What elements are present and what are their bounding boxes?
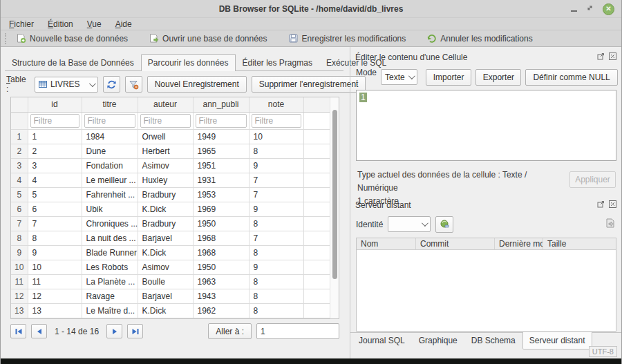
mode-selector[interactable]: Texte [381, 69, 417, 85]
new-database-button[interactable]: Nouvelle base de données [12, 33, 132, 44]
float-dock-icon[interactable] [597, 52, 605, 62]
grid-cell[interactable]: 9 [249, 260, 303, 274]
menu-vue[interactable]: Vue [87, 19, 102, 29]
tab-structure[interactable]: Structure de la Base de Données [5, 54, 141, 71]
cell-editor[interactable]: 1 [356, 90, 616, 161]
open-database-button[interactable]: Ouvrir une base de données [144, 33, 271, 44]
refresh-button[interactable] [103, 76, 120, 93]
grid-cell[interactable]: 4 [28, 173, 82, 187]
grid-cell[interactable]: Asimov [138, 260, 193, 274]
tab-serveur-distant[interactable]: Serveur distant [522, 332, 592, 349]
set-null-button[interactable]: Définir comme NULL [525, 69, 617, 86]
remote-col-nom[interactable]: Nom [357, 238, 416, 249]
row-number[interactable]: 13 [11, 303, 28, 318]
grid-cell[interactable]: 1950 [193, 260, 249, 274]
grid-cell[interactable]: 1953 [193, 187, 249, 202]
grid-cell[interactable]: 1968 [193, 245, 249, 260]
grid-cell[interactable]: Blade Runner [82, 245, 138, 260]
filter-input-ann-publi[interactable] [196, 114, 247, 128]
grid-cell[interactable]: 3 [28, 158, 82, 173]
first-page-button[interactable] [10, 324, 26, 338]
toolbar-handle[interactable] [5, 33, 8, 44]
filter-input-auteur[interactable] [140, 114, 191, 128]
grid-cell[interactable]: Bradbury [138, 187, 193, 202]
grid-cell[interactable]: Orwell [138, 129, 193, 144]
grid-cell[interactable]: 9 [28, 245, 82, 260]
grid-cell[interactable]: 8 [249, 216, 303, 231]
tab-db-schema[interactable]: DB Schema [464, 332, 522, 349]
row-number[interactable]: 7 [11, 216, 28, 231]
grid-cell[interactable]: 7 [249, 173, 303, 187]
grid-cell[interactable]: 9 [249, 158, 303, 173]
grid-scrollbar[interactable] [330, 97, 339, 318]
grid-cell[interactable]: 1969 [193, 202, 249, 216]
new-record-button[interactable]: Nouvel Enregistrement [147, 76, 247, 93]
last-page-button[interactable] [127, 324, 143, 338]
clone-database-icon[interactable] [605, 218, 616, 231]
next-page-button[interactable] [106, 324, 122, 338]
grid-cell[interactable]: Le meilleur ... [82, 173, 138, 187]
grid-cell[interactable]: 1949 [193, 129, 249, 144]
titlebar[interactable]: DB Browser for SQLite - /home/david/db_l… [1, 0, 621, 18]
minimize-button[interactable] [571, 4, 577, 14]
grid-cell[interactable]: 9 [249, 202, 303, 216]
row-number[interactable]: 5 [11, 187, 28, 202]
column-header-id[interactable]: id [28, 97, 82, 112]
menu-aide[interactable]: Aide [115, 19, 132, 29]
filter-input-id[interactable] [30, 114, 79, 128]
grid-cell[interactable]: Asimov [138, 158, 193, 173]
goto-input[interactable] [256, 323, 339, 339]
grid-cell[interactable]: 7 [249, 231, 303, 245]
grid-cell[interactable]: 10 [249, 129, 303, 144]
menu-fichier[interactable]: Fichier [9, 19, 34, 29]
grid-cell[interactable]: 1943 [193, 289, 249, 303]
grid-cell[interactable]: 8 [249, 274, 303, 289]
grid-cell[interactable]: Huxley [138, 173, 193, 187]
grid-cell[interactable]: 12 [28, 289, 82, 303]
grid-cell[interactable]: 1951 [193, 158, 249, 173]
grid-cell[interactable]: 8 [28, 231, 82, 245]
grid-cell[interactable]: Fahrenheit ... [82, 187, 138, 202]
export-button[interactable]: Exporter [475, 69, 521, 86]
grid-cell[interactable]: 8 [249, 303, 303, 318]
grid-cell[interactable]: 13 [28, 303, 82, 318]
grid-cell[interactable]: Boulle [138, 274, 193, 289]
grid-cell[interactable]: K.Dick [138, 245, 193, 260]
grid-cell[interactable]: Barjavel [138, 289, 193, 303]
filter-input-titre[interactable] [84, 114, 135, 128]
grid-cell[interactable]: Ubik [82, 202, 138, 216]
grid-cell[interactable]: 1931 [193, 173, 249, 187]
grid-cell[interactable]: 1963 [193, 274, 249, 289]
row-number[interactable]: 2 [11, 144, 28, 158]
reload-remote-button[interactable] [435, 216, 453, 233]
remote-col-commit[interactable]: Commit [416, 238, 495, 249]
tab-graphique[interactable]: Graphique [412, 332, 464, 349]
revert-changes-button[interactable]: Annuler les modifications [422, 33, 536, 44]
encoding-badge[interactable]: UTF-8 [589, 346, 617, 357]
grid-cell[interactable]: Les Robots [82, 260, 138, 274]
maximize-icon[interactable] [586, 4, 594, 14]
row-number[interactable]: 8 [11, 231, 28, 245]
grid-cell[interactable]: 7 [249, 187, 303, 202]
close-dock-icon[interactable] [609, 200, 616, 210]
delete-record-button[interactable]: Supprimer l'enregistrement [252, 76, 366, 93]
grid-cell[interactable]: La Planète ... [82, 274, 138, 289]
save-changes-button[interactable]: Enregistrer les modifications [284, 33, 411, 44]
grid-cell[interactable]: 1984 [82, 129, 138, 144]
grid-cell[interactable]: Le Maître d... [82, 303, 138, 318]
grid-scrollbar-thumb[interactable] [332, 110, 337, 279]
float-dock-icon[interactable] [597, 200, 605, 210]
column-header-note[interactable]: note [249, 97, 303, 112]
row-number[interactable]: 12 [11, 289, 28, 303]
apply-button[interactable]: Appliquer [569, 171, 616, 188]
row-number[interactable]: 6 [11, 202, 28, 216]
grid-cell[interactable]: Herbert [138, 144, 193, 158]
grid-cell[interactable]: 1962 [193, 303, 249, 318]
menu-edition[interactable]: Édition [48, 19, 73, 29]
grid-cell[interactable]: 1965 [193, 144, 249, 158]
filter-input-note[interactable] [252, 114, 301, 128]
grid-cell[interactable]: Bradbury [138, 216, 193, 231]
grid-cell[interactable]: 2 [28, 144, 82, 158]
grid-cell[interactable]: K.Dick [138, 202, 193, 216]
import-button[interactable]: Importer [426, 69, 472, 86]
